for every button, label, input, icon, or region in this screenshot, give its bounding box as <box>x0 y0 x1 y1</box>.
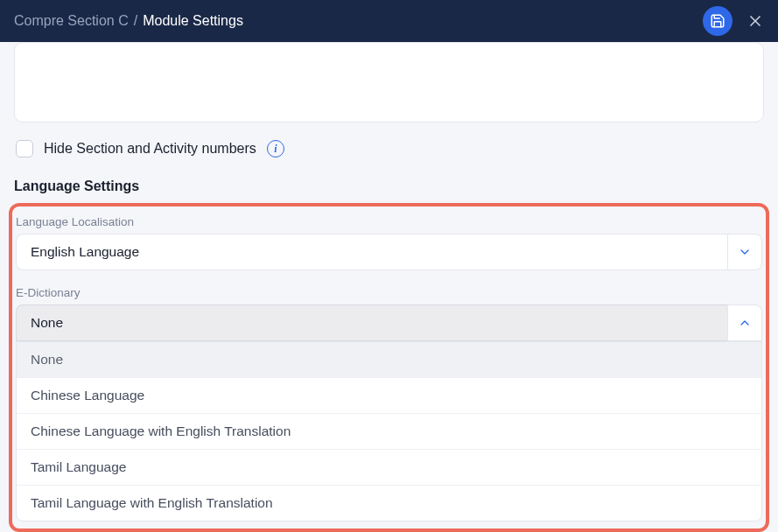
edictionary-option[interactable]: Tamil Language <box>17 450 761 486</box>
hide-section-label: Hide Section and Activity numbers <box>44 141 256 157</box>
language-settings-heading: Language Settings <box>14 178 764 194</box>
breadcrumb: Compre Section C / Module Settings <box>14 13 243 29</box>
edictionary-select[interactable]: None <box>16 304 762 341</box>
hide-section-checkbox[interactable] <box>16 140 33 158</box>
breadcrumb-parent[interactable]: Compre Section C <box>14 13 129 29</box>
close-icon <box>746 12 764 30</box>
edictionary-label: E-Dictionary <box>16 286 764 299</box>
edictionary-option[interactable]: Chinese Language with English Translatio… <box>17 414 761 450</box>
edictionary-option[interactable]: Tamil Language with English Translation <box>17 486 761 521</box>
breadcrumb-current: Module Settings <box>143 13 243 29</box>
localisation-chevron[interactable] <box>727 234 762 270</box>
card-above <box>14 42 764 122</box>
edictionary-dropdown: None Chinese Language Chinese Language w… <box>16 341 762 522</box>
modal-header: Compre Section C / Module Settings <box>0 0 778 42</box>
language-settings-highlight: Language Localisation English Language E… <box>9 203 769 532</box>
localisation-label: Language Localisation <box>16 215 764 228</box>
edictionary-value[interactable]: None <box>16 304 727 341</box>
edictionary-option[interactable]: Chinese Language <box>17 378 761 414</box>
save-button[interactable] <box>703 6 732 36</box>
edictionary-option[interactable]: None <box>17 342 761 378</box>
localisation-select[interactable]: English Language <box>16 234 762 270</box>
chevron-up-icon <box>738 316 752 330</box>
edictionary-chevron[interactable] <box>727 304 762 341</box>
chevron-down-icon <box>738 245 752 259</box>
breadcrumb-separator: / <box>134 13 137 29</box>
close-button[interactable] <box>743 9 767 33</box>
content-area: Hide Section and Activity numbers i Lang… <box>0 42 778 532</box>
save-icon <box>710 13 725 29</box>
info-icon[interactable]: i <box>267 140 284 158</box>
header-actions <box>703 6 767 36</box>
localisation-value[interactable]: English Language <box>16 234 727 270</box>
hide-section-row: Hide Section and Activity numbers i <box>16 140 764 158</box>
